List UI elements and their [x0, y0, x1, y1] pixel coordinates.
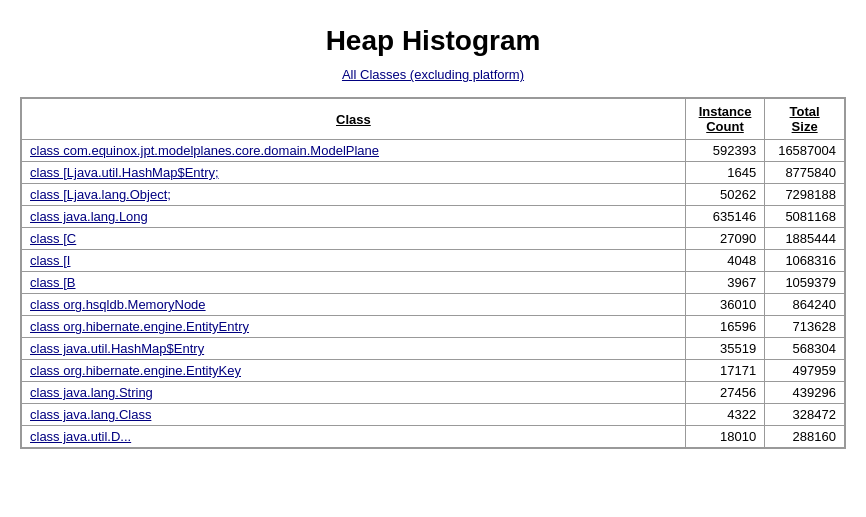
instance-count-cell: 4048	[685, 250, 764, 272]
class-cell[interactable]: class com.equinox.jpt.modelplanes.core.d…	[22, 140, 686, 162]
instance-count-cell: 50262	[685, 184, 764, 206]
instance-count-cell: 27090	[685, 228, 764, 250]
total-size-column-header: Total Size	[765, 99, 845, 140]
instance-count-cell: 1645	[685, 162, 764, 184]
instance-count-cell: 3967	[685, 272, 764, 294]
instance-count-cell: 17171	[685, 360, 764, 382]
total-size-cell: 568304	[765, 338, 845, 360]
total-size-cell: 288160	[765, 426, 845, 448]
total-size-cell: 1068316	[765, 250, 845, 272]
total-size-cell: 328472	[765, 404, 845, 426]
table-row: class [Ljava.lang.Object;502627298188	[22, 184, 845, 206]
table-row: class java.lang.Class4322328472	[22, 404, 845, 426]
total-size-cell: 1059379	[765, 272, 845, 294]
all-classes-link[interactable]: All Classes (excluding platform)	[342, 67, 524, 82]
class-cell[interactable]: class java.lang.Class	[22, 404, 686, 426]
subtitle-link-container: All Classes (excluding platform)	[20, 67, 846, 82]
table-row: class org.hibernate.engine.EntityEntry16…	[22, 316, 845, 338]
class-cell[interactable]: class [C	[22, 228, 686, 250]
total-size-cell: 16587004	[765, 140, 845, 162]
class-cell[interactable]: class [Ljava.lang.Object;	[22, 184, 686, 206]
class-cell[interactable]: class java.lang.String	[22, 382, 686, 404]
heap-histogram-table: Class Instance Count Total Size class co…	[21, 98, 845, 448]
table-row: class [I40481068316	[22, 250, 845, 272]
total-size-cell: 713628	[765, 316, 845, 338]
class-cell[interactable]: class java.util.D...	[22, 426, 686, 448]
total-size-cell: 8775840	[765, 162, 845, 184]
total-size-cell: 864240	[765, 294, 845, 316]
total-size-cell: 497959	[765, 360, 845, 382]
class-cell[interactable]: class org.hibernate.engine.EntityEntry	[22, 316, 686, 338]
table-row: class [Ljava.util.HashMap$Entry;16458775…	[22, 162, 845, 184]
total-size-cell: 1885444	[765, 228, 845, 250]
total-size-cell: 5081168	[765, 206, 845, 228]
instance-count-cell: 36010	[685, 294, 764, 316]
class-cell[interactable]: class [B	[22, 272, 686, 294]
class-cell[interactable]: class java.lang.Long	[22, 206, 686, 228]
instance-count-cell: 18010	[685, 426, 764, 448]
class-cell[interactable]: class org.hsqldb.MemoryNode	[22, 294, 686, 316]
table-row: class [C270901885444	[22, 228, 845, 250]
instance-count-column-header: Instance Count	[685, 99, 764, 140]
table-row: class java.lang.String27456439296	[22, 382, 845, 404]
class-cell[interactable]: class [Ljava.util.HashMap$Entry;	[22, 162, 686, 184]
total-size-cell: 7298188	[765, 184, 845, 206]
table-row: class java.util.D...18010288160	[22, 426, 845, 448]
class-cell[interactable]: class org.hibernate.engine.EntityKey	[22, 360, 686, 382]
table-row: class org.hibernate.engine.EntityKey1717…	[22, 360, 845, 382]
table-row: class org.hsqldb.MemoryNode36010864240	[22, 294, 845, 316]
table-row: class com.equinox.jpt.modelplanes.core.d…	[22, 140, 845, 162]
class-column-header: Class	[22, 99, 686, 140]
total-size-cell: 439296	[765, 382, 845, 404]
table-row: class [B39671059379	[22, 272, 845, 294]
instance-count-cell: 35519	[685, 338, 764, 360]
table-header-row: Class Instance Count Total Size	[22, 99, 845, 140]
table-body: class com.equinox.jpt.modelplanes.core.d…	[22, 140, 845, 448]
table-wrapper: Class Instance Count Total Size class co…	[20, 97, 846, 449]
table-row: class java.util.HashMap$Entry35519568304	[22, 338, 845, 360]
instance-count-cell: 27456	[685, 382, 764, 404]
instance-count-cell: 635146	[685, 206, 764, 228]
class-cell[interactable]: class [I	[22, 250, 686, 272]
page-title: Heap Histogram	[20, 10, 846, 67]
class-cell[interactable]: class java.util.HashMap$Entry	[22, 338, 686, 360]
instance-count-cell: 592393	[685, 140, 764, 162]
instance-count-cell: 16596	[685, 316, 764, 338]
instance-count-cell: 4322	[685, 404, 764, 426]
page-container: Heap Histogram All Classes (excluding pl…	[0, 0, 866, 459]
table-row: class java.lang.Long6351465081168	[22, 206, 845, 228]
